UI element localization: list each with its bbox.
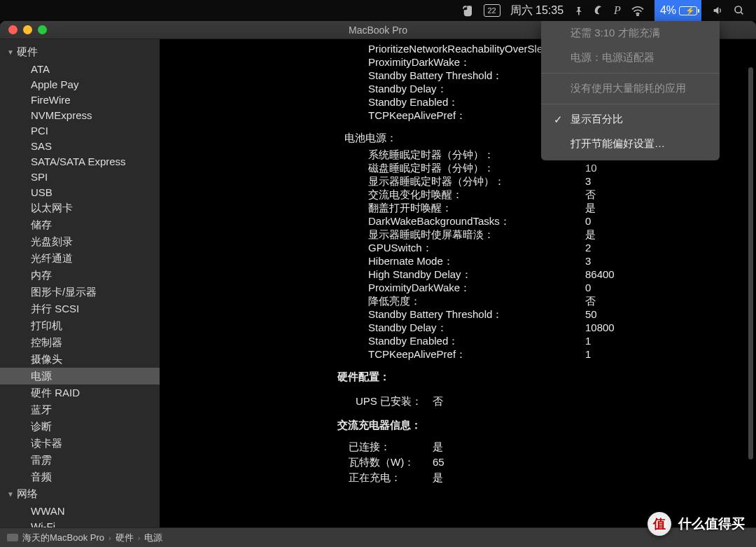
svg-line-2 [741, 12, 743, 14]
info-key: TCPKeepAlivePref： [368, 347, 585, 361]
battery-no-apps: 没有使用大量能耗的应用 [541, 76, 720, 101]
info-value: 0 [585, 214, 591, 228]
section-hardware-config: 硬件配置： [160, 361, 756, 387]
window-title: MacBook Pro [349, 25, 407, 36]
battery-menu: 还需 3:10 才能充满 电源：电源适配器 没有使用大量能耗的应用 ✓显示百分比… [541, 21, 720, 160]
disclosure-triangle-icon: ▼ [7, 490, 14, 498]
svg-point-0 [637, 14, 638, 15]
watermark-text: 什么值得买 [678, 515, 745, 533]
info-key: 翻盖打开时唤醒： [368, 201, 585, 214]
battery-percentage: 4% [660, 4, 676, 17]
info-key: 磁盘睡眠定时器（分钟）： [368, 161, 585, 174]
sidebar-item[interactable]: 蓝牙 [0, 401, 160, 418]
sidebar-item[interactable]: Wi-Fi [0, 518, 160, 527]
sidebar-item[interactable]: 摄像头 [0, 351, 160, 368]
sidebar-item[interactable]: SAS [0, 138, 160, 153]
info-row: GPUSwitch：2 [160, 241, 756, 254]
info-value: 10800 [585, 321, 615, 334]
menu-show-percentage[interactable]: ✓显示百分比 [541, 107, 720, 132]
sidebar-item[interactable]: 诊断 [0, 418, 160, 435]
sidebar-item[interactable]: ATA [0, 61, 160, 76]
speaker-icon[interactable] [711, 5, 724, 16]
battery-time-remaining: 还需 3:10 才能充满 [541, 21, 720, 46]
chevron-icon: › [138, 534, 141, 542]
info-row: Hibernate Mode：3 [160, 254, 756, 268]
sidebar-item[interactable]: 图形卡/显示器 [0, 284, 160, 300]
sidebar-section-hardware[interactable]: ▼硬件 [0, 43, 160, 61]
maximize-button[interactable] [38, 25, 47, 34]
breadcrumb-power[interactable]: 电源 [144, 532, 162, 544]
sidebar-item[interactable]: Apple Pay [0, 76, 160, 92]
sidebar-item[interactable]: 内存 [0, 267, 160, 284]
info-key: Standby Battery Threshold： [368, 307, 585, 321]
info-row: 已连接：是 [160, 439, 756, 455]
info-value: 1 [585, 334, 591, 347]
p-icon[interactable]: P [614, 4, 621, 17]
info-value: 否 [585, 188, 596, 201]
sidebar-item[interactable]: 音频 [0, 469, 160, 485]
menubar-datetime[interactable]: 周六 15:35 [510, 4, 564, 18]
info-value: 1 [585, 347, 591, 361]
info-value: 0 [585, 281, 591, 294]
sidebar[interactable]: ▼硬件ATAApple PayFireWireNVMExpressPCISASS… [0, 39, 160, 527]
info-key: DarkWakeBackgroundTasks： [368, 214, 585, 228]
sidebar-item[interactable]: 控制器 [0, 334, 160, 351]
sidebar-item[interactable]: 以太网卡 [0, 200, 160, 216]
sidebar-item[interactable]: 并行 SCSI [0, 300, 160, 317]
sidebar-item[interactable]: WWAN [0, 503, 160, 518]
info-key: 交流电变化时唤醒： [368, 188, 585, 201]
sidebar-item[interactable]: PCI [0, 123, 160, 138]
sidebar-item[interactable]: 电源 [0, 368, 160, 385]
sidebar-item[interactable]: USB [0, 184, 160, 200]
sidebar-item[interactable]: 硬件 RAID [0, 385, 160, 401]
info-value: 50 [585, 307, 597, 321]
minimize-button[interactable] [23, 25, 32, 34]
close-button[interactable] [8, 25, 18, 34]
info-row: High Standby Delay：86400 [160, 268, 756, 281]
calendar-icon[interactable]: 22 [484, 4, 500, 17]
wifi-icon[interactable] [631, 5, 645, 16]
info-value: 是 [433, 439, 443, 455]
info-key: UPS 已安装： [356, 394, 433, 409]
chevron-icon: › [108, 534, 111, 542]
watermark: 值 什么值得买 [648, 512, 745, 536]
breadcrumb-hardware[interactable]: 硬件 [115, 532, 134, 544]
leaf-icon[interactable] [593, 5, 604, 16]
info-row: 瓦特数（W)：65 [160, 455, 756, 470]
traffic-lights [8, 25, 47, 34]
breadcrumb-root[interactable]: 海天的MacBook Pro [22, 532, 104, 544]
info-value: 3 [585, 174, 591, 188]
info-key: Hibernate Mode： [368, 254, 585, 268]
info-row: 显示器睡眠时使屏幕暗淡：是 [160, 228, 756, 241]
info-value: 否 [585, 294, 596, 307]
svg-point-1 [735, 6, 741, 13]
watermark-badge: 值 [648, 512, 671, 536]
info-row: 翻盖打开时唤醒：是 [160, 201, 756, 214]
sidebar-section-network[interactable]: ▼网络 [0, 485, 160, 503]
sidebar-item[interactable]: SATA/SATA Express [0, 153, 160, 169]
sidebar-item[interactable]: 打印机 [0, 317, 160, 334]
battery-status[interactable]: 4% ⚡ [654, 0, 701, 21]
menu-open-energy-prefs[interactable]: 打开节能偏好设置… [541, 132, 720, 156]
search-icon[interactable] [734, 5, 745, 16]
scrollbar[interactable] [748, 67, 753, 459]
info-key: High Standby Delay： [368, 268, 585, 281]
info-value: 否 [433, 394, 443, 409]
sidebar-item[interactable]: 光纤通道 [0, 250, 160, 267]
info-row: ProximityDarkWake：0 [160, 281, 756, 294]
info-row: 显示器睡眠定时器（分钟）：3 [160, 174, 756, 188]
sidebar-item[interactable]: 读卡器 [0, 435, 160, 452]
info-row: Standby Enabled：1 [160, 334, 756, 347]
disclosure-triangle-icon: ▼ [7, 48, 14, 56]
mac-icon [7, 534, 18, 541]
sidebar-item[interactable]: FireWire [0, 92, 160, 107]
sidebar-item[interactable]: SPI [0, 169, 160, 184]
sidebar-item[interactable]: 雷雳 [0, 452, 160, 469]
sidebar-item[interactable]: 储存 [0, 216, 160, 233]
evernote-icon[interactable] [461, 4, 474, 17]
info-key: 显示器睡眠定时器（分钟）： [368, 174, 585, 188]
info-key: 降低亮度： [368, 294, 585, 307]
pin-icon[interactable] [573, 6, 583, 15]
sidebar-item[interactable]: 光盘刻录 [0, 233, 160, 250]
sidebar-item[interactable]: NVMExpress [0, 107, 160, 123]
